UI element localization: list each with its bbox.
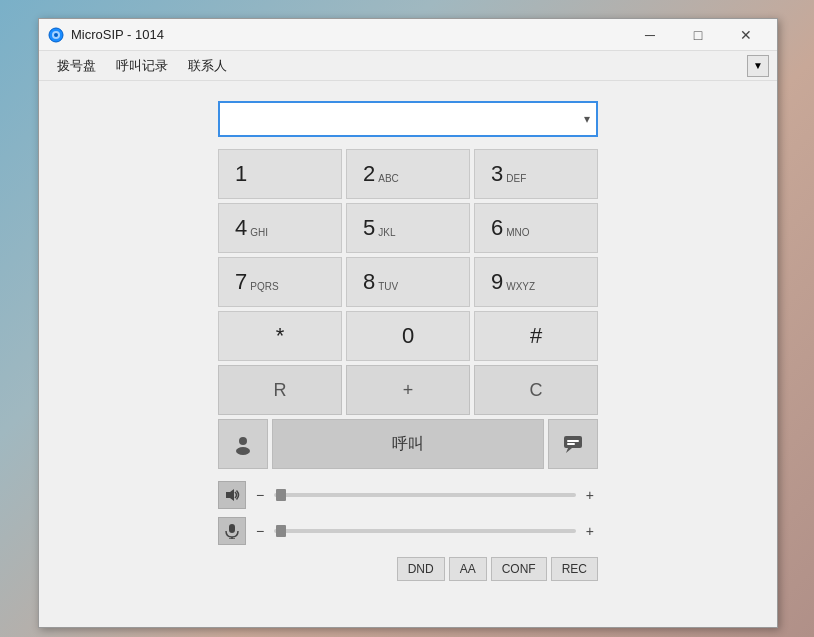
window-title: MicroSIP - 1014 — [71, 27, 627, 42]
dial-btn-3[interactable]: 3 DEF — [474, 149, 598, 199]
menu-bar: 拨号盘 呼叫记录 联系人 ▼ — [39, 51, 777, 81]
plus-button[interactable]: + — [346, 365, 470, 415]
menu-call-history[interactable]: 呼叫记录 — [106, 53, 178, 79]
phone-input-wrap: ▾ — [218, 101, 598, 137]
dial-sub-6: MNO — [506, 227, 529, 238]
dial-main-5: 5 — [363, 215, 375, 241]
menu-dialpad[interactable]: 拨号盘 — [47, 53, 106, 79]
conf-button[interactable]: CONF — [491, 557, 547, 581]
dial-sub-5: JKL — [378, 227, 395, 238]
aa-button[interactable]: AA — [449, 557, 487, 581]
mic-plus[interactable]: + — [582, 521, 598, 541]
dial-sub-4: GHI — [250, 227, 268, 238]
plus-label: + — [403, 380, 414, 401]
svg-rect-10 — [229, 524, 235, 533]
speaker-minus[interactable]: − — [252, 485, 268, 505]
dial-main-hash: # — [530, 323, 542, 349]
dial-btn-1[interactable]: 1 — [218, 149, 342, 199]
mic-minus[interactable]: − — [252, 521, 268, 541]
speaker-plus[interactable]: + — [582, 485, 598, 505]
mic-slider-track[interactable] — [274, 529, 576, 533]
call-row: 呼叫 — [218, 419, 598, 469]
dialpad-grid: 1 2 ABC 3 DEF 4 GHI 5 JKL 6 MNO — [218, 149, 598, 361]
speaker-volume-row: − + — [218, 481, 598, 509]
svg-marker-6 — [566, 448, 572, 453]
speaker-svg — [224, 487, 240, 503]
dial-main-1: 1 — [235, 161, 247, 187]
account-icon — [232, 433, 254, 455]
title-bar: MicroSIP - 1014 ─ □ ✕ — [39, 19, 777, 51]
dial-sub-3: DEF — [506, 173, 526, 184]
clear-button[interactable]: C — [474, 365, 598, 415]
special-buttons-row: R + C — [218, 365, 598, 415]
dial-btn-7[interactable]: 7 PQRS — [218, 257, 342, 307]
dial-main-0: 0 — [402, 323, 414, 349]
dial-main-6: 6 — [491, 215, 503, 241]
dial-main-4: 4 — [235, 215, 247, 241]
window-controls: ─ □ ✕ — [627, 21, 769, 49]
close-button[interactable]: ✕ — [723, 21, 769, 49]
redial-button[interactable]: R — [218, 365, 342, 415]
phone-input[interactable] — [218, 101, 598, 137]
minimize-button[interactable]: ─ — [627, 21, 673, 49]
svg-point-2 — [54, 33, 58, 37]
clear-label: C — [530, 380, 543, 401]
dial-btn-hash[interactable]: # — [474, 311, 598, 361]
dial-btn-4[interactable]: 4 GHI — [218, 203, 342, 253]
dial-main-7: 7 — [235, 269, 247, 295]
rec-button[interactable]: REC — [551, 557, 598, 581]
dial-main-8: 8 — [363, 269, 375, 295]
mic-volume-row: − + — [218, 517, 598, 545]
dial-btn-5[interactable]: 5 JKL — [346, 203, 470, 253]
dial-btn-0[interactable]: 0 — [346, 311, 470, 361]
input-dropdown-arrow[interactable]: ▾ — [584, 112, 590, 126]
menu-dropdown-button[interactable]: ▼ — [747, 55, 769, 77]
dial-main-star: * — [276, 323, 285, 349]
dial-main-9: 9 — [491, 269, 503, 295]
mic-icon — [218, 517, 246, 545]
main-content: ▾ 1 2 ABC 3 DEF 4 GHI 5 JKL — [39, 81, 777, 627]
maximize-button[interactable]: □ — [675, 21, 721, 49]
dial-btn-2[interactable]: 2 ABC — [346, 149, 470, 199]
speaker-icon — [218, 481, 246, 509]
dial-main-2: 2 — [363, 161, 375, 187]
mic-svg — [224, 523, 240, 539]
speaker-slider-thumb — [276, 489, 286, 501]
app-window: MicroSIP - 1014 ─ □ ✕ 拨号盘 呼叫记录 联系人 ▼ ▾ 1… — [38, 18, 778, 628]
dial-btn-9[interactable]: 9 WXYZ — [474, 257, 598, 307]
chat-icon — [562, 433, 584, 455]
dnd-button[interactable]: DND — [397, 557, 445, 581]
menu-contacts[interactable]: 联系人 — [178, 53, 237, 79]
dial-btn-8[interactable]: 8 TUV — [346, 257, 470, 307]
app-icon — [47, 26, 65, 44]
status-buttons-row: DND AA CONF REC — [218, 557, 598, 581]
svg-rect-7 — [567, 440, 579, 442]
dial-btn-star[interactable]: * — [218, 311, 342, 361]
account-button[interactable] — [218, 419, 268, 469]
svg-point-3 — [239, 437, 247, 445]
svg-marker-9 — [226, 489, 234, 501]
speaker-slider-track[interactable] — [274, 493, 576, 497]
chat-button[interactable] — [548, 419, 598, 469]
call-button[interactable]: 呼叫 — [272, 419, 544, 469]
mic-slider-thumb — [276, 525, 286, 537]
dial-sub-7: PQRS — [250, 281, 278, 292]
redial-label: R — [274, 380, 287, 401]
svg-point-4 — [236, 447, 250, 455]
svg-rect-8 — [567, 443, 575, 445]
dial-sub-2: ABC — [378, 173, 399, 184]
dial-main-3: 3 — [491, 161, 503, 187]
dial-btn-6[interactable]: 6 MNO — [474, 203, 598, 253]
dial-sub-8: TUV — [378, 281, 398, 292]
dial-sub-9: WXYZ — [506, 281, 535, 292]
